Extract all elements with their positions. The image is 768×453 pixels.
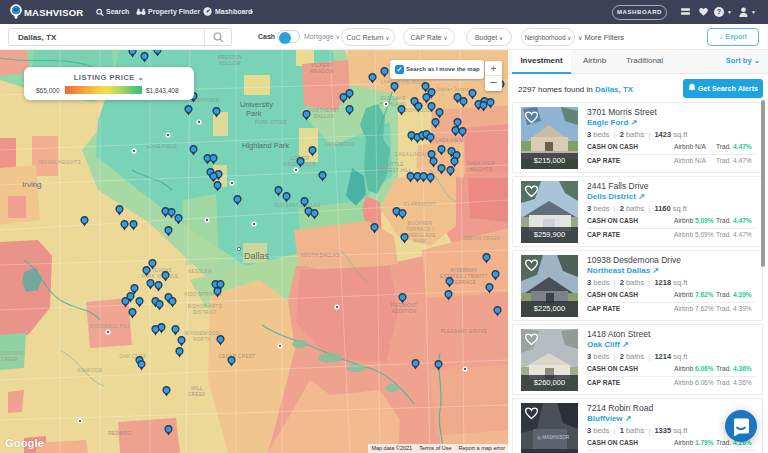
svg-text:CREEK: CREEK [188,392,206,397]
svg-text:TERRACE /: TERRACE / [406,227,434,232]
svg-text:CASA VIEW: CASA VIEW [435,138,464,143]
svg-text:CEDAR CREEK: CEDAR CREEK [463,236,501,241]
svg-text:TERRACE: TERRACE [452,280,476,285]
svg-text:ROCKWELL HILL: ROCKWELL HILL [89,324,130,329]
svg-text:Irving: Irving [22,180,42,189]
svg-text:OLD EAST DALLAS: OLD EAST DALLAS [274,203,321,208]
svg-text:LITTLE: LITTLE [386,162,403,167]
svg-text:BISHOP ARTS: BISHOP ARTS [188,304,222,309]
svg-text:MOUNTAIN: MOUNTAIN [0,351,23,356]
svg-text:University: University [240,100,273,109]
svg-text:PARK CITIES: PARK CITIES [255,120,287,125]
svg-text:PLEASANT GROVE: PLEASANT GROVE [441,329,488,334]
svg-text:DALLAS: DALLAS [314,114,334,119]
svg-text:LOVE FIELD: LOVE FIELD [147,144,177,149]
svg-text:LAKEWOOD: LAKEWOOD [325,142,355,147]
svg-text:NORTH: NORTH [193,337,211,342]
svg-text:RIVERWAY: RIVERWAY [451,268,478,273]
svg-text:CASA VIEW: CASA VIEW [467,161,496,166]
svg-text:CASA LINDA: CASA LINDA [395,152,426,157]
svg-text:KESSLER: KESSLER [188,269,212,274]
svg-text:MEADOW: MEADOW [310,69,334,74]
svg-text:NORTHEAST: NORTHEAST [308,108,339,113]
svg-text:ADDITION: ADDITION [392,309,417,314]
svg-text:CREEK: CREEK [1,357,19,362]
svg-text:LAKE HIGHLANDS: LAKE HIGHLANDS [381,80,426,85]
svg-text:CEDAR CREST: CEDAR CREST [219,354,256,359]
svg-text:EVERGLADE: EVERGLADE [404,233,435,238]
svg-text:DISTRICT: DISTRICT [193,310,217,315]
svg-text:HOLLOW: HOLLOW [219,61,241,66]
svg-text:PARK: PARK [413,239,427,244]
svg-text:WYNNEWOOD: WYNNEWOOD [184,331,219,336]
svg-text:◎ MASHVISOR: ◎ MASHVISOR [537,435,570,440]
svg-text:KINWOOD: KINWOOD [78,368,103,373]
svg-text:MILL: MILL [191,386,203,391]
svg-text:?: ? [717,7,722,16]
svg-text:VICKERY: VICKERY [311,63,334,68]
svg-text:OLD LAKE: OLD LAKE [380,96,405,101]
svg-text:PIEDMONT: PIEDMONT [390,303,417,308]
svg-text:BUCKNER: BUCKNER [408,221,433,226]
svg-text:Highland Park: Highland Park [242,141,289,150]
svg-text:Jupiter Junction: Jupiter Junction [436,87,474,92]
svg-text:FOREST HILL: FOREST HILL [378,168,411,173]
svg-text:CLAREMONT: CLAREMONT [404,202,436,207]
svg-text:Park: Park [246,109,262,118]
svg-text:Dallas: Dallas [244,251,270,261]
svg-text:IRVING HEIGHTS: IRVING HEIGHTS [39,160,81,165]
svg-text:REDBIRD: REDBIRD [108,431,131,436]
svg-text:HEIGHTS: HEIGHTS [470,167,493,172]
svg-text:SOUTH DALLAS: SOUTH DALLAS [300,253,339,258]
svg-text:PRESTON: PRESTON [218,55,243,60]
